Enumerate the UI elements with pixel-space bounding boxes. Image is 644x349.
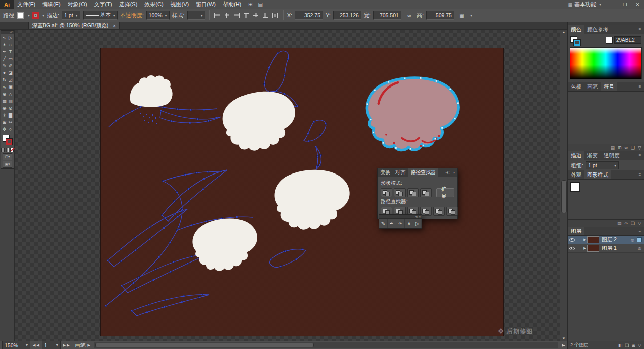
collapse-panel-icon[interactable]: ≪	[444, 168, 451, 177]
visibility-toggle[interactable]	[568, 236, 576, 244]
anchor-point[interactable]	[270, 258, 271, 260]
anchor-point[interactable]	[295, 258, 297, 260]
last-artboard-icon[interactable]: ▶	[66, 343, 70, 347]
anchor-point[interactable]	[190, 109, 191, 111]
anchor-point[interactable]	[119, 294, 120, 295]
stroke-weight-field[interactable]: 1 pt▾	[62, 11, 80, 20]
anchor-point[interactable]	[134, 237, 136, 238]
place-symbol-icon[interactable]: ⊞	[618, 145, 622, 150]
anchor-point[interactable]	[165, 217, 166, 219]
exclude-button[interactable]	[420, 188, 432, 197]
make-mask-icon[interactable]: ◧	[618, 343, 623, 348]
new-symbol-icon[interactable]: ❏	[631, 145, 635, 150]
anchor-point[interactable]	[308, 140, 309, 142]
tab-transform[interactable]: 变换	[378, 168, 393, 177]
menu-item[interactable]: 效果(C)	[141, 0, 167, 9]
next-artboard-icon[interactable]: ▶	[63, 343, 66, 347]
anchor-point[interactable]	[107, 259, 108, 261]
height-field[interactable]: 509.75	[426, 11, 454, 20]
width-tool[interactable]: ∿	[2, 83, 8, 91]
close-panel-icon[interactable]: ×	[451, 168, 457, 177]
minus-back-button[interactable]	[446, 207, 458, 216]
anchor-point[interactable]	[307, 133, 309, 134]
symbol-sprayer-tool[interactable]: ✳	[2, 112, 8, 119]
tab-gradient[interactable]: 渐变	[584, 151, 601, 160]
anchor-point[interactable]	[264, 83, 265, 85]
anchor-point[interactable]	[215, 117, 217, 119]
selection-tool[interactable]: ↖	[2, 34, 8, 41]
anchor-point[interactable]	[284, 93, 285, 95]
none-button[interactable]	[10, 148, 14, 152]
anchor-point[interactable]	[138, 277, 139, 278]
anchor-point[interactable]	[457, 102, 459, 104]
panel-menu-icon[interactable]: ≡	[636, 25, 644, 34]
add-anchor-point-icon[interactable]: ✑	[396, 219, 405, 228]
close-button[interactable]: ✕	[631, 0, 644, 9]
free-transform-tool[interactable]: ▣	[8, 83, 14, 91]
anchor-point[interactable]	[409, 148, 411, 150]
vertical-scroll-thumb[interactable]	[561, 180, 567, 213]
tab-align[interactable]: 对齐	[393, 168, 408, 177]
anchor-point[interactable]	[374, 89, 376, 91]
anchor-point[interactable]	[373, 132, 375, 134]
restore-button[interactable]: ❐	[619, 0, 631, 9]
anchor-point[interactable]	[120, 248, 122, 249]
bridge-icon[interactable]: ⊞	[245, 2, 255, 7]
horizontal-scrollbar[interactable]	[94, 342, 558, 348]
anchor-point[interactable]	[319, 134, 321, 136]
chevron-down-icon[interactable]: ▾	[28, 13, 30, 18]
anchor-point[interactable]	[105, 305, 106, 306]
tab-brushes[interactable]: 画笔	[584, 82, 601, 91]
lasso-tool[interactable]: ◌	[8, 41, 14, 48]
artboard-tool[interactable]: ⊞	[2, 119, 8, 126]
anchor-point[interactable]	[208, 120, 209, 122]
workspace-switcher[interactable]: ▦ 基本功能 ▾	[562, 1, 606, 8]
horizontal-scroll-thumb[interactable]	[95, 343, 314, 347]
anchor-point[interactable]	[173, 261, 174, 263]
direct-selection-icon[interactable]: ▷	[413, 219, 422, 228]
anchor-point[interactable]	[131, 110, 133, 112]
drawing-mode-button[interactable]: ▢▾	[3, 153, 12, 160]
layer-name[interactable]: 图层 2	[602, 236, 631, 243]
layer-row[interactable]: ▶ 图层 1 ◎	[568, 244, 644, 253]
anchor-point[interactable]	[285, 250, 286, 252]
anchor-point[interactable]	[315, 146, 316, 147]
zoom-tool[interactable]: ○	[8, 126, 14, 133]
hand-tool[interactable]: ✥	[2, 126, 8, 133]
y-field[interactable]: 253.126	[333, 11, 361, 20]
anchor-point[interactable]	[177, 108, 178, 110]
anchor-point[interactable]	[188, 200, 189, 202]
opacity-label[interactable]: 不透明度:	[120, 12, 144, 19]
minimize-button[interactable]: ─	[606, 0, 619, 9]
menu-item[interactable]: 对象(O)	[64, 0, 91, 9]
tab-color-guide[interactable]: 颜色参考	[584, 25, 611, 34]
expand-layer-icon[interactable]: ▶	[582, 238, 587, 242]
transform-panel-icon[interactable]: ▦	[457, 13, 467, 18]
anchor-point[interactable]	[287, 58, 289, 59]
anchor-point[interactable]	[217, 177, 218, 178]
menu-item[interactable]: 窗口(W)	[192, 0, 219, 9]
anchor-point[interactable]	[123, 115, 125, 116]
anchor-point[interactable]	[207, 171, 208, 172]
blend-tool[interactable]: ⊙	[8, 105, 14, 112]
anchor-point[interactable]	[191, 224, 192, 226]
artboard-nav-field[interactable]: 1▾	[42, 341, 61, 349]
anchor-point[interactable]	[176, 192, 178, 193]
status-menu-icon[interactable]: ▶	[88, 343, 90, 347]
anchor-point[interactable]	[268, 67, 270, 68]
anchor-point[interactable]	[201, 294, 202, 295]
symbols-panel[interactable]: ▤⊞∞❏▽	[568, 92, 644, 151]
anchor-point[interactable]	[320, 154, 321, 156]
color-spectrum[interactable]	[570, 47, 642, 79]
delete-layer-icon[interactable]: ▽	[638, 343, 641, 348]
anchor-point[interactable]	[170, 271, 171, 272]
anchor-point[interactable]	[163, 227, 165, 229]
expand-button[interactable]: 扩展	[436, 188, 454, 197]
anchor-point[interactable]	[155, 269, 156, 270]
minus-front-button[interactable]	[394, 188, 406, 197]
delete-symbol-icon[interactable]: ▽	[638, 145, 641, 150]
anchor-point[interactable]	[146, 270, 147, 271]
anchor-point[interactable]	[181, 210, 182, 211]
stroke-color-swatch[interactable]	[32, 12, 39, 19]
paintbrush-icon[interactable]: ✎	[379, 219, 388, 228]
